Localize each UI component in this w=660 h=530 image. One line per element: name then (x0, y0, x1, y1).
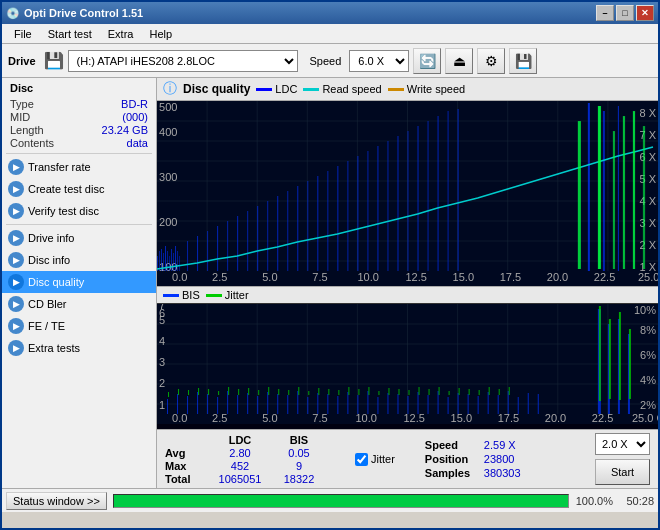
sidebar-item-cd-bler[interactable]: ▶ CD Bler (2, 293, 156, 315)
svg-text:1: 1 (159, 399, 165, 411)
save-button[interactable]: 💾 (509, 48, 537, 74)
svg-rect-88 (623, 116, 625, 269)
type-value: BD-R (58, 98, 148, 110)
legend-ldc-color (256, 88, 272, 91)
svg-rect-170 (268, 387, 269, 395)
transfer-rate-label: Transfer rate (28, 161, 91, 173)
svg-rect-129 (277, 394, 278, 414)
svg-rect-178 (348, 387, 349, 395)
svg-rect-90 (643, 126, 645, 269)
svg-text:10%: 10% (634, 304, 656, 316)
svg-rect-162 (188, 390, 189, 395)
svg-rect-174 (308, 391, 309, 395)
svg-text:22.5: 22.5 (592, 412, 613, 424)
menu-file[interactable]: File (6, 26, 40, 42)
drive-info-label: Drive info (28, 232, 74, 244)
svg-rect-51 (175, 246, 176, 271)
menu-start-test[interactable]: Start test (40, 26, 100, 42)
legend-jitter: Jitter (206, 289, 249, 301)
cd-bler-icon: ▶ (8, 296, 24, 312)
svg-rect-118 (167, 399, 168, 414)
svg-rect-167 (238, 389, 239, 395)
length-value: 23.24 GB (58, 124, 148, 136)
main-content: Disc Type BD-R MID (000) Length 23.24 GB… (2, 78, 658, 488)
stats-avg-row: Avg 2.80 0.05 (165, 447, 325, 459)
speed-select[interactable]: 6.0 X (349, 50, 409, 72)
maximize-button[interactable]: □ (616, 5, 634, 21)
svg-text:6 X: 6 X (639, 151, 656, 163)
sidebar-item-verify-test-disc[interactable]: ▶ Verify test disc (2, 200, 156, 222)
svg-rect-172 (288, 390, 289, 395)
svg-rect-69 (337, 166, 338, 271)
menu-help[interactable]: Help (141, 26, 180, 42)
svg-rect-131 (297, 391, 298, 414)
test-speed-select[interactable]: 2.0 X (595, 433, 650, 455)
svg-text:4 X: 4 X (639, 195, 656, 207)
svg-text:12.5: 12.5 (403, 412, 424, 424)
total-bis: 18322 (273, 473, 325, 485)
sidebar-item-disc-quality[interactable]: ▶ Disc quality (2, 271, 156, 293)
svg-rect-165 (218, 391, 219, 395)
eject-button[interactable]: ⏏ (445, 48, 473, 74)
svg-rect-180 (368, 387, 369, 395)
sidebar-item-transfer-rate[interactable]: ▶ Transfer rate (2, 156, 156, 178)
drive-select[interactable]: (H:) ATAPI iHES208 2.8LOC (68, 50, 298, 72)
close-button[interactable]: ✕ (636, 5, 654, 21)
svg-text:5.0: 5.0 (262, 271, 277, 283)
jitter-checkbox[interactable] (355, 453, 368, 466)
sidebar-item-disc-info[interactable]: ▶ Disc info (2, 249, 156, 271)
status-bar: Status window >> 100.0% 50:28 (2, 488, 658, 512)
sidebar: Disc Type BD-R MID (000) Length 23.24 GB… (2, 78, 157, 488)
bis-chart-svg: 2% 4% 6% 8% 10% 1 2 3 4 5 7 6 (157, 304, 658, 424)
title-bar: 💿 Opti Drive Control 1.51 – □ ✕ (2, 2, 658, 24)
svg-rect-119 (177, 394, 178, 414)
disc-section-label: Disc (2, 78, 156, 96)
svg-rect-192 (489, 387, 490, 395)
fe-te-icon: ▶ (8, 318, 24, 334)
svg-rect-61 (257, 206, 258, 271)
svg-rect-141 (397, 394, 398, 414)
svg-rect-121 (197, 392, 198, 414)
minimize-button[interactable]: – (596, 5, 614, 21)
svg-text:25.0 GB: 25.0 GB (638, 271, 658, 283)
svg-rect-189 (459, 388, 460, 395)
svg-rect-130 (287, 395, 288, 414)
start-button[interactable]: Start (595, 459, 650, 485)
legend-bis-color (163, 294, 179, 297)
svg-rect-140 (387, 393, 388, 414)
svg-rect-188 (449, 391, 450, 395)
verify-test-disc-icon: ▶ (8, 203, 24, 219)
avg-label: Avg (165, 447, 207, 459)
create-test-disc-icon: ▶ (8, 181, 24, 197)
max-bis: 9 (273, 460, 325, 472)
svg-rect-186 (429, 389, 430, 395)
svg-rect-58 (227, 221, 228, 271)
svg-rect-154 (528, 393, 529, 414)
cd-bler-label: CD Bler (28, 298, 67, 310)
sidebar-item-fe-te[interactable]: ▶ FE / TE (2, 315, 156, 337)
svg-rect-67 (317, 176, 318, 271)
drive-info-icon: ▶ (8, 230, 24, 246)
refresh-button[interactable]: 🔄 (413, 48, 441, 74)
menu-extra[interactable]: Extra (100, 26, 142, 42)
svg-rect-164 (208, 389, 209, 395)
total-label: Total (165, 473, 207, 485)
svg-text:8%: 8% (640, 324, 656, 336)
transfer-rate-icon: ▶ (8, 159, 24, 175)
status-window-button[interactable]: Status window >> (6, 492, 107, 510)
legend-write-speed-label: Write speed (407, 83, 466, 95)
mid-label: MID (10, 111, 54, 123)
svg-rect-50 (173, 253, 174, 271)
svg-rect-134 (327, 394, 328, 414)
sidebar-item-extra-tests[interactable]: ▶ Extra tests (2, 337, 156, 359)
svg-rect-128 (267, 392, 268, 414)
svg-text:8 X: 8 X (639, 107, 656, 119)
sidebar-item-drive-info[interactable]: ▶ Drive info (2, 227, 156, 249)
toolbar: Drive 💾 (H:) ATAPI iHES208 2.8LOC Speed … (2, 44, 658, 78)
progress-bar-background (113, 494, 569, 508)
avg-ldc: 2.80 (209, 447, 271, 459)
svg-text:22.5: 22.5 (594, 271, 615, 283)
svg-rect-191 (479, 390, 480, 395)
settings-button[interactable]: ⚙ (477, 48, 505, 74)
sidebar-item-create-test-disc[interactable]: ▶ Create test disc (2, 178, 156, 200)
